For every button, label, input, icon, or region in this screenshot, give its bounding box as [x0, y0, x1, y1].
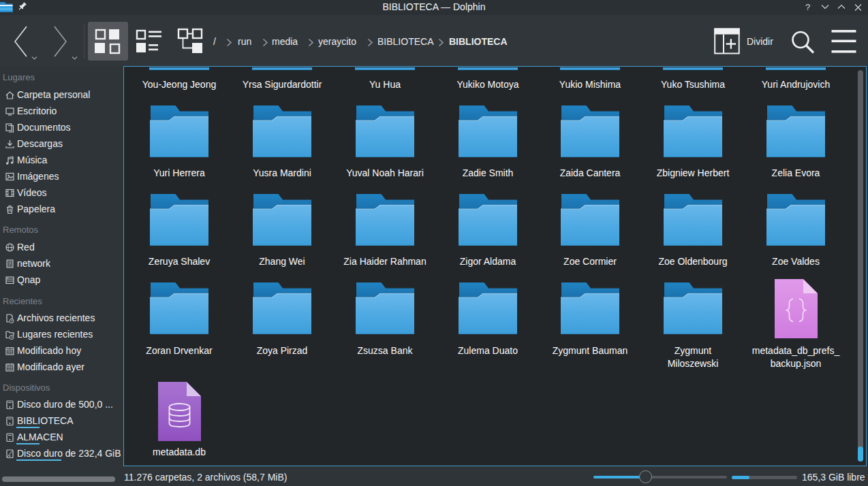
- svg-text:?: ?: [9, 261, 12, 266]
